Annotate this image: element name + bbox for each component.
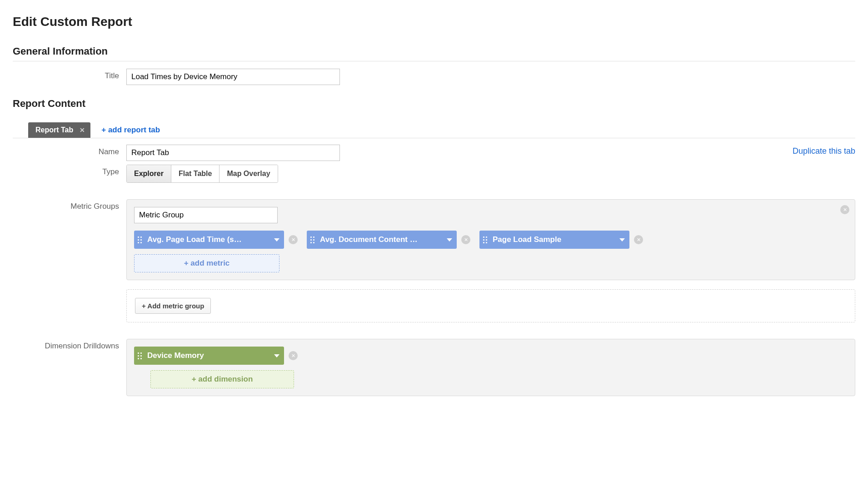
title-label: Title [13, 69, 126, 80]
add-metric-group-button[interactable]: + Add metric group [135, 298, 211, 314]
add-dimension-button[interactable]: + add dimension [150, 370, 294, 388]
chevron-down-icon [619, 238, 625, 241]
chevron-down-icon [447, 238, 452, 241]
report-tabs-bar: Report Tab ✕ + add report tab [13, 122, 855, 138]
metric-groups-label: Metric Groups [13, 199, 126, 211]
metric-chip-label: Avg. Document Content … [320, 235, 443, 244]
metric-chip[interactable]: Avg. Page Load Time (s… [134, 231, 284, 249]
title-input[interactable] [126, 69, 340, 85]
drag-handle-icon[interactable] [483, 236, 487, 243]
metrics-list: Avg. Page Load Time (s… Avg. Document Co… [134, 231, 848, 272]
add-report-tab-link[interactable]: + add report tab [101, 126, 160, 135]
chevron-down-icon [274, 238, 279, 241]
divider [13, 61, 855, 61]
remove-metric-group-icon[interactable] [840, 205, 849, 214]
duplicate-tab-link[interactable]: Duplicate this tab [793, 146, 855, 156]
metric-chip-label: Page Load Sample [493, 235, 616, 244]
type-explorer-button[interactable]: Explorer [127, 165, 171, 182]
metric-chip-label: Avg. Page Load Time (s… [147, 235, 270, 244]
tab-report[interactable]: Report Tab ✕ [28, 122, 90, 138]
section-content-heading: Report Content [13, 98, 855, 110]
remove-metric-icon[interactable] [289, 235, 298, 244]
metric-group-name-input[interactable] [134, 207, 278, 223]
remove-metric-icon[interactable] [461, 235, 470, 244]
type-map-overlay-button[interactable]: Map Overlay [219, 165, 277, 182]
metric-group-panel: Avg. Page Load Time (s… Avg. Document Co… [126, 199, 855, 280]
close-icon[interactable]: ✕ [80, 126, 85, 134]
section-general-heading: General Information [13, 45, 855, 57]
dimension-panel: Device Memory + add dimension [126, 339, 855, 396]
name-label: Name [13, 145, 126, 156]
name-input[interactable] [126, 145, 340, 161]
drag-handle-icon[interactable] [310, 236, 314, 243]
dimension-chip-label: Device Memory [147, 351, 270, 360]
remove-metric-icon[interactable] [634, 235, 643, 244]
dimension-drilldowns-label: Dimension Drilldowns [13, 339, 126, 351]
chevron-down-icon [274, 354, 279, 357]
remove-dimension-icon[interactable] [289, 351, 298, 360]
type-label: Type [13, 165, 126, 176]
drag-handle-icon[interactable] [138, 236, 142, 243]
add-metric-group-panel: + Add metric group [126, 289, 855, 322]
dimension-chip[interactable]: Device Memory [134, 347, 284, 365]
metric-chip[interactable]: Page Load Sample [479, 231, 629, 249]
add-metric-button[interactable]: + add metric [134, 254, 279, 272]
page-title: Edit Custom Report [13, 15, 855, 29]
type-flat-table-button[interactable]: Flat Table [171, 165, 219, 182]
drag-handle-icon[interactable] [138, 352, 142, 359]
tab-report-label: Report Tab [35, 126, 73, 134]
type-segmented: Explorer Flat Table Map Overlay [126, 165, 278, 183]
metric-chip[interactable]: Avg. Document Content … [307, 231, 457, 249]
